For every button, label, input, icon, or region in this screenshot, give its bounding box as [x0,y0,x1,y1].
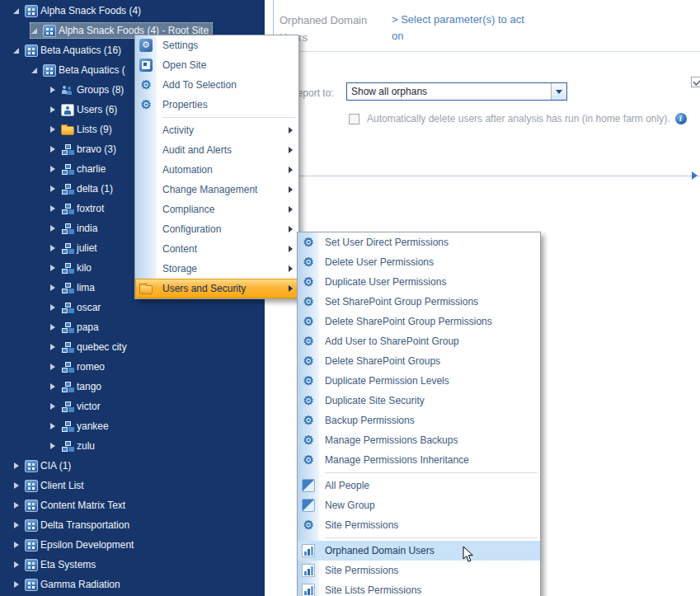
menu-icon-gutter [135,239,157,259]
tree-expand-arrow[interactable] [12,5,23,16]
tree-item-inner: Alpha Snack Foods (4) [12,2,145,19]
tree-expand-arrow[interactable] [12,500,23,511]
tree-item[interactable]: oscar [0,298,265,317]
menu-item[interactable]: Site Permissions [298,515,540,535]
menu-item[interactable]: Automation [135,160,298,180]
menu-item[interactable]: Storage [135,259,298,279]
menu-item[interactable]: Site Permissions [298,561,540,580]
menu-item[interactable]: Audit and Alerts [135,140,298,160]
tree-expand-arrow[interactable] [48,84,59,96]
tree-item-inner: Beta Aquatics (16) [12,42,125,59]
tree-item[interactable]: papa [0,317,265,337]
submenu-arrow-icon [289,186,293,193]
info-icon[interactable] [675,113,687,124]
menu-item[interactable]: Configuration [135,219,298,239]
tree-item[interactable]: Eta Systems [0,555,265,575]
subsite-icon [61,143,74,156]
tree-item-inner: yankee [48,418,113,434]
tree-expand-arrow[interactable] [48,321,59,333]
tree-expand-arrow[interactable] [48,223,59,234]
menu-item[interactable]: New Group [298,495,540,515]
tree-item[interactable]: victor [0,397,265,416]
tree-item[interactable]: tango [0,377,265,397]
tree-item[interactable]: Gamma Radiation [0,575,265,594]
menu-item[interactable]: Set User Direct Permissions [298,232,540,252]
menu-item-label: Activity [157,124,194,136]
tree-expand-arrow[interactable] [12,559,23,570]
tree-expand-arrow[interactable] [48,203,59,214]
menu-item[interactable]: Manage Permissions Inheritance [298,450,540,470]
menu-item[interactable]: All People [298,476,540,495]
tree-item[interactable]: Content Matrix Text [0,495,265,515]
subsite-icon [61,262,74,275]
site-icon [25,539,38,551]
tree-expand-arrow[interactable] [48,143,59,155]
tree-item[interactable]: yankee [0,416,265,436]
tree-item[interactable]: Epsilon Development [0,535,265,555]
menu-item-label: Backup Permissions [319,415,415,426]
menu-item[interactable]: Change Management [135,180,298,199]
tree-expand-arrow[interactable] [12,579,23,590]
menu-item[interactable]: Add To Selection [135,75,298,95]
menu-item[interactable]: Open Site [135,55,298,75]
menu-item[interactable]: Content [135,239,298,259]
tree-expand-arrow[interactable] [12,519,23,531]
menu-item [298,535,540,541]
auto-delete-checkbox[interactable] [349,114,359,124]
tree-expand-arrow[interactable] [48,163,59,175]
menu-item[interactable]: Duplicate Site Security [298,391,540,411]
menu-item-label [325,537,538,538]
tree-item[interactable]: zulu [0,436,265,456]
menu-item[interactable]: Duplicate User Permissions [298,272,540,292]
tree-expand-arrow[interactable] [12,480,23,491]
tree-expand-arrow[interactable] [48,401,59,412]
scroll-right-arrow[interactable] [689,170,700,181]
menu-item[interactable]: Set SharePoint Group Permissions [298,292,540,312]
menu-item[interactable]: Delete SharePoint Groups [298,351,540,371]
tree-expand-arrow[interactable] [48,104,59,115]
menu-icon-gutter [298,371,319,391]
report-to-dropdown[interactable]: Show all orphans [346,82,567,101]
menu-item[interactable]: Add User to SharePoint Group [298,331,540,351]
menu-icon-gutter [135,95,157,115]
menu-item[interactable]: Backup Permissions [298,411,540,430]
tree-expand-arrow[interactable] [12,45,23,56]
tree-expand-arrow[interactable] [12,539,23,551]
menu-item[interactable]: Duplicate Permission Levels [298,371,540,391]
tree-expand-arrow[interactable] [12,460,23,472]
tree-expand-arrow[interactable] [48,124,59,135]
tree-item[interactable]: CIA (1) [0,456,265,476]
tree-expand-arrow[interactable] [48,420,59,432]
dropdown-arrow-icon[interactable] [551,83,566,100]
tree-item[interactable]: Alpha Snack Foods (4) [0,1,265,21]
tree-expand-arrow[interactable] [48,381,59,392]
menu-item[interactable]: Properties [135,95,298,115]
tree-expand-arrow[interactable] [30,25,41,36]
menu-item[interactable]: Compliance [135,199,298,219]
menu-item-label [325,472,538,473]
tree-expand-arrow[interactable] [48,302,59,313]
corner-checkbox[interactable] [691,77,700,87]
tree-item[interactable]: Client List [0,476,265,495]
tree-expand-arrow[interactable] [48,341,59,353]
menu-item[interactable]: Delete SharePoint Group Permissions [298,312,540,331]
tree-expand-arrow[interactable] [48,183,59,195]
menu-item[interactable]: Users and Security [135,279,298,298]
menu-item[interactable]: Settings [135,35,298,55]
tree-item-inner: zulu [48,438,99,454]
menu-item[interactable]: Delete User Permissions [298,252,540,272]
tree-expand-arrow[interactable] [30,64,41,76]
tree-expand-arrow[interactable] [48,440,59,452]
menu-item[interactable]: Orphaned Domain Users [298,541,540,561]
menu-item[interactable]: Activity [135,120,298,140]
menu-item[interactable]: Manage Permissions Backups [298,430,540,450]
tree-expand-arrow[interactable] [48,242,59,254]
tree-expand-arrow[interactable] [48,361,59,373]
tree-item[interactable]: Delta Transportation [0,515,265,535]
menu-item[interactable]: Site Lists Permissions [298,580,540,596]
tree-item[interactable]: romeo [0,357,265,377]
tree-expand-arrow[interactable] [48,282,59,293]
menu-icon-gutter [135,279,157,298]
tree-expand-arrow[interactable] [48,262,59,274]
tree-item[interactable]: quebec city [0,337,265,357]
